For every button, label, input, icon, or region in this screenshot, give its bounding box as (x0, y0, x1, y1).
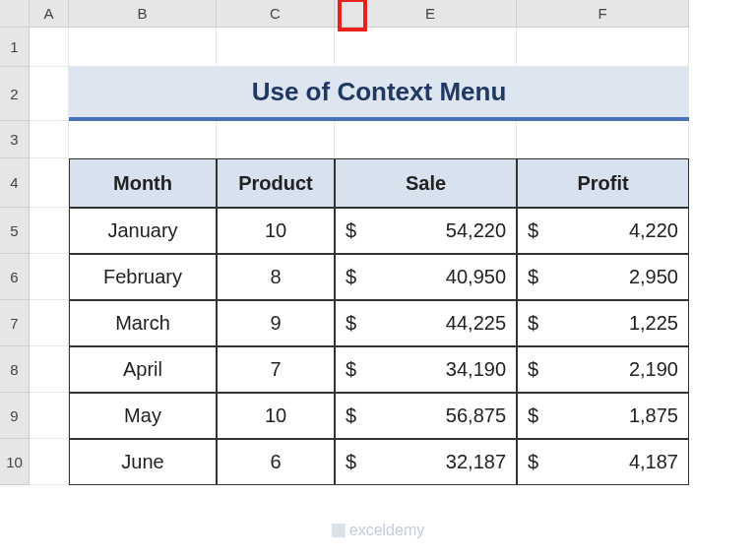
currency-symbol: $ (528, 266, 538, 288)
cell[interactable] (335, 121, 345, 158)
sale-value: 40,950 (360, 266, 506, 288)
cell-profit[interactable]: $2,190 (517, 346, 689, 393)
cell-profit[interactable]: $1,875 (517, 393, 689, 439)
cell-product[interactable]: 10 (217, 208, 335, 254)
row-header-7[interactable]: 7 (0, 300, 30, 346)
cell[interactable] (217, 121, 335, 158)
profit-value: 2,190 (542, 358, 678, 381)
row-header-3[interactable]: 3 (0, 121, 30, 158)
col-header-e[interactable]: E (345, 0, 517, 28)
cell-profit[interactable]: $1,225 (517, 300, 689, 346)
cell[interactable] (217, 28, 335, 67)
cell[interactable] (517, 28, 689, 67)
currency-symbol: $ (528, 404, 538, 427)
profit-value: 1,875 (542, 404, 678, 427)
cell[interactable] (335, 28, 345, 67)
cell-sale[interactable]: $34,190 (335, 346, 517, 393)
cell-month[interactable]: March (69, 300, 217, 346)
profit-value: 4,220 (542, 219, 678, 242)
cell[interactable] (30, 393, 69, 439)
row-header-1[interactable]: 1 (0, 28, 30, 67)
cell[interactable] (345, 121, 517, 158)
row-header-10[interactable]: 10 (0, 439, 30, 485)
row-header-6[interactable]: 6 (0, 254, 30, 300)
cell[interactable] (30, 208, 69, 254)
select-all-corner[interactable] (0, 0, 30, 28)
table-header-profit[interactable]: Profit (517, 158, 689, 208)
profit-value: 1,225 (542, 312, 678, 335)
cell-profit[interactable]: $4,220 (517, 208, 689, 254)
cell[interactable] (30, 346, 69, 393)
cell[interactable] (69, 121, 217, 158)
col-header-a[interactable]: A (30, 0, 69, 28)
cell[interactable] (30, 254, 69, 300)
cell[interactable] (30, 300, 69, 346)
watermark: exceldemy (332, 522, 424, 539)
row-header-4[interactable]: 4 (0, 158, 30, 208)
cell-product[interactable]: 10 (217, 393, 335, 439)
col-header-c[interactable]: C (217, 0, 335, 28)
row-header-2[interactable]: 2 (0, 67, 30, 121)
cell-month[interactable]: January (69, 208, 217, 254)
cell-month[interactable]: June (69, 439, 217, 485)
sale-value: 32,187 (360, 451, 506, 473)
currency-symbol: $ (346, 219, 356, 242)
col-header-f[interactable]: F (517, 0, 689, 28)
currency-symbol: $ (528, 358, 538, 381)
row-header-9[interactable]: 9 (0, 393, 30, 439)
cell-sale[interactable]: $44,225 (335, 300, 517, 346)
cell-month[interactable]: May (69, 393, 217, 439)
title-cell[interactable]: Use of Context Menu (69, 67, 689, 121)
currency-symbol: $ (346, 404, 356, 427)
currency-symbol: $ (346, 312, 356, 335)
currency-symbol: $ (528, 312, 538, 335)
table-header-sale[interactable]: Sale (335, 158, 517, 208)
cell[interactable] (517, 121, 689, 158)
row-header-5[interactable]: 5 (0, 208, 30, 254)
cell[interactable] (30, 439, 69, 485)
cell-sale[interactable]: $40,950 (335, 254, 517, 300)
profit-value: 2,950 (542, 266, 678, 288)
cell-sale[interactable]: $56,875 (335, 393, 517, 439)
cell-profit[interactable]: $4,187 (517, 439, 689, 485)
sale-value: 34,190 (360, 358, 506, 381)
sale-value: 54,220 (360, 219, 506, 242)
table-header-month[interactable]: Month (69, 158, 217, 208)
cell-product[interactable]: 9 (217, 300, 335, 346)
currency-symbol: $ (528, 451, 538, 473)
currency-symbol: $ (346, 266, 356, 288)
cell[interactable] (30, 67, 69, 121)
cell-product[interactable]: 6 (217, 439, 335, 485)
cell[interactable] (30, 121, 69, 158)
cell-month[interactable]: February (69, 254, 217, 300)
cell-month[interactable]: April (69, 346, 217, 393)
cell[interactable] (30, 28, 69, 67)
profit-value: 4,187 (542, 451, 678, 473)
sale-value: 56,875 (360, 404, 506, 427)
cell-sale[interactable]: $32,187 (335, 439, 517, 485)
sale-value: 44,225 (360, 312, 506, 335)
table-header-product[interactable]: Product (217, 158, 335, 208)
cell[interactable] (345, 28, 517, 67)
currency-symbol: $ (346, 358, 356, 381)
col-header-b[interactable]: B (69, 0, 217, 28)
hidden-column-d-marker[interactable] (335, 0, 345, 28)
row-header-8[interactable]: 8 (0, 346, 30, 393)
watermark-icon (332, 524, 346, 537)
cell[interactable] (69, 28, 217, 67)
cell-sale[interactable]: $54,220 (335, 208, 517, 254)
cell-product[interactable]: 8 (217, 254, 335, 300)
cell[interactable] (30, 158, 69, 208)
currency-symbol: $ (528, 219, 538, 242)
spreadsheet-grid: A B C E F 1 2 Use of Context Menu 3 4 Mo… (0, 0, 756, 485)
currency-symbol: $ (346, 451, 356, 473)
watermark-text: exceldemy (349, 522, 424, 539)
cell-profit[interactable]: $2,950 (517, 254, 689, 300)
cell-product[interactable]: 7 (217, 346, 335, 393)
